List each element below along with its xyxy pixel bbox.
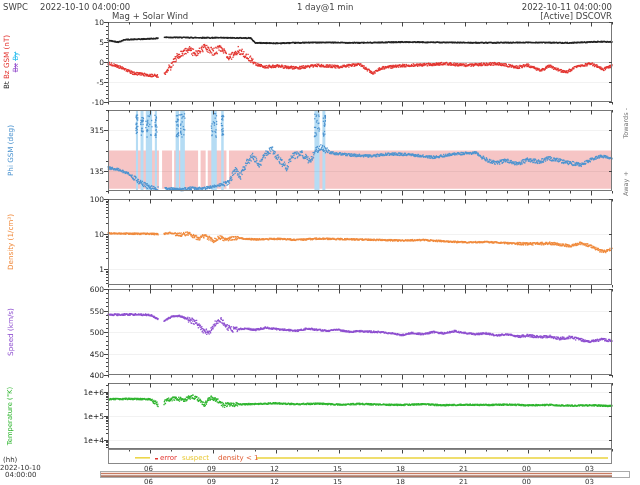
axis-label-phi: Phi GSM (deg): [6, 110, 15, 191]
ytick-label: 1e+6: [84, 388, 104, 397]
ytick-label: 600: [90, 285, 104, 294]
ytick-label: 1e+4: [84, 436, 104, 445]
hour-label-row1: 15: [333, 465, 342, 473]
source-label: SWPC: [3, 2, 28, 12]
ytick-label: -10: [92, 98, 104, 107]
axis-label-mag: Bt Bz GSM (nT) Bx By: [2, 22, 20, 102]
ytick-label: 10: [94, 230, 104, 239]
satellite-status: [Active] DSCOVR: [540, 11, 612, 21]
axis-label-speed: Speed (km/s): [6, 289, 15, 375]
hour-label-row1: 18: [396, 465, 405, 473]
ytick-label: 1e+5: [84, 412, 104, 421]
ytick-label: 1: [99, 265, 104, 274]
axis-label-by: By: [11, 52, 20, 61]
away-label: Away +: [622, 171, 631, 196]
hour-label-row1: 06: [144, 465, 153, 473]
hour-label-row1: 21: [459, 465, 468, 473]
ytick-label: 10: [94, 18, 104, 27]
hour-label-row2: 09: [207, 478, 216, 485]
ytick-label: 0: [99, 58, 104, 67]
hour-label-row1: 03: [585, 465, 594, 473]
ytick-label: 500: [90, 328, 104, 337]
legend-error: error: [160, 454, 177, 462]
axis-label-bt: Bt: [2, 81, 11, 89]
hour-label-row2: 18: [396, 478, 405, 485]
axis-label-away-towards: Away + Towards -: [622, 108, 631, 196]
page-title: Mag + Solar Wind: [112, 11, 188, 21]
ytick-label: 135: [90, 167, 104, 176]
hour-label-row2: 00: [522, 478, 531, 485]
hour-label-row2: 03: [585, 478, 594, 485]
hour-label-row2: 12: [270, 478, 279, 485]
axis-label-density: Density (1/cm³): [6, 199, 15, 285]
hour-label-row1: 09: [207, 465, 216, 473]
hour-label-row1: 12: [270, 465, 279, 473]
swpc-mag-solar-wind-figure: SWPC 2022-10-10 04:00:00 Mag + Solar Win…: [0, 0, 640, 485]
axis-label-bx: Bx: [11, 63, 20, 72]
hour-label-row2: 21: [459, 478, 468, 485]
resolution-label: 1 day@1 min: [297, 2, 353, 12]
ytick-label: 315: [90, 126, 104, 135]
towards-label: Towards -: [622, 108, 631, 139]
ytick-label: 5: [99, 38, 104, 47]
ytick-label: 450: [90, 350, 104, 359]
hour-label-row1: 00: [522, 465, 531, 473]
ytick-label: 550: [90, 307, 104, 316]
legend-suspect: suspect: [182, 454, 209, 462]
axis-label-bz: Bz GSM (nT): [2, 35, 11, 79]
footer-time: 04:00:00: [5, 471, 36, 479]
hh-unit-label: (hh): [3, 456, 17, 464]
ytick-label: 100: [90, 195, 104, 204]
ytick-label: 400: [90, 371, 104, 380]
ytick-label: -5: [97, 78, 104, 87]
hour-label-row2: 06: [144, 478, 153, 485]
axis-label-temperature: Temperature (°K): [6, 383, 15, 449]
hour-label-row2: 15: [333, 478, 342, 485]
legend-density-lt1: density < 1: [218, 454, 258, 462]
